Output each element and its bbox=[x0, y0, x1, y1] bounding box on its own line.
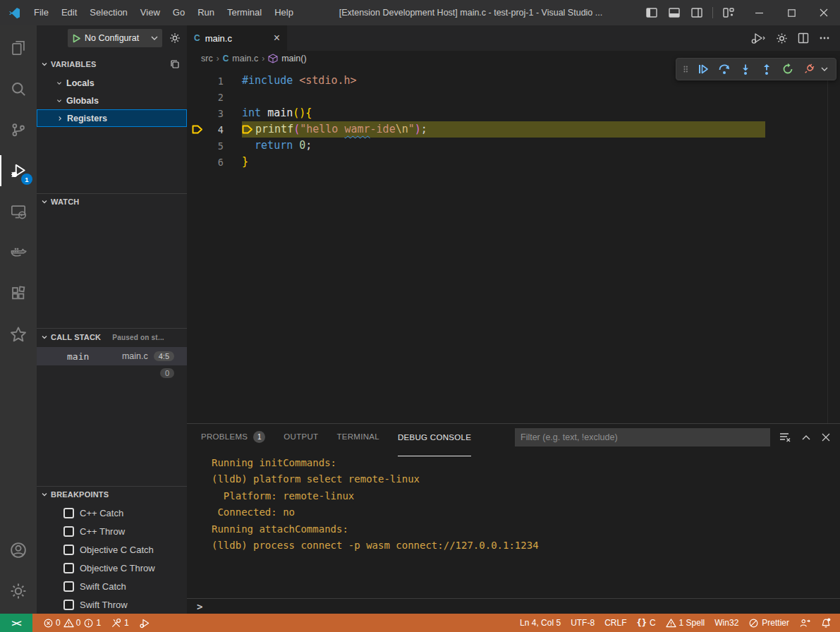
run-or-debug-icon[interactable] bbox=[750, 32, 766, 44]
close-button[interactable] bbox=[808, 0, 840, 25]
breakpoint-checkbox[interactable] bbox=[63, 508, 74, 518]
close-panel-icon[interactable] bbox=[822, 433, 830, 442]
debug-settings-gear-icon[interactable] bbox=[169, 32, 181, 44]
breadcrumb-folder[interactable]: src bbox=[201, 54, 213, 63]
remote-explorer-icon[interactable] bbox=[0, 193, 37, 230]
editor-scrollbar[interactable] bbox=[827, 66, 828, 423]
code-line-3[interactable]: 3int main(){ bbox=[187, 105, 840, 121]
minimize-button[interactable] bbox=[743, 0, 775, 25]
debug-console-input[interactable]: > bbox=[187, 598, 840, 614]
debug-config-dropdown[interactable]: No Configurat bbox=[68, 29, 162, 47]
remote-indicator[interactable]: >< bbox=[0, 614, 32, 632]
menu-file[interactable]: File bbox=[28, 0, 55, 25]
frame-file: main.c bbox=[122, 351, 148, 361]
debug-toolbar-chevron-icon[interactable] bbox=[821, 66, 828, 72]
restart-icon[interactable] bbox=[779, 60, 797, 78]
step-into-icon[interactable] bbox=[736, 60, 755, 78]
call-stack-header[interactable]: CALL STACK Paused on st... bbox=[37, 329, 187, 346]
breakpoint-checkbox[interactable] bbox=[63, 600, 74, 610]
variables-header[interactable]: VARIABLES bbox=[37, 56, 187, 72]
customize-layout-icon[interactable] bbox=[719, 2, 738, 23]
editor-settings-gear-icon[interactable] bbox=[776, 32, 788, 44]
extensions-icon[interactable] bbox=[0, 275, 37, 312]
search-icon[interactable] bbox=[0, 71, 37, 107]
eol-item[interactable]: CRLF bbox=[599, 614, 631, 632]
menu-run[interactable]: Run bbox=[191, 0, 221, 25]
tab-main-c[interactable]: C main.c × bbox=[187, 25, 287, 51]
breakpoint-checkbox[interactable] bbox=[63, 545, 74, 555]
formatter-item[interactable]: Prettier bbox=[743, 614, 794, 632]
explorer-icon[interactable] bbox=[0, 30, 37, 66]
line-number: 3 bbox=[208, 108, 224, 119]
breakpoint-row-c-throw[interactable]: C++ Throw bbox=[37, 522, 187, 540]
feedback-icon[interactable] bbox=[794, 614, 815, 632]
debug-console-output[interactable]: Running initCommands:(lldb) platform sel… bbox=[187, 450, 840, 598]
favorites-star-icon[interactable] bbox=[0, 316, 37, 353]
code-line-2[interactable]: 2 bbox=[187, 89, 840, 105]
menu-go[interactable]: Go bbox=[166, 0, 191, 25]
disconnect-icon[interactable] bbox=[800, 60, 818, 78]
continue-icon[interactable] bbox=[694, 60, 712, 78]
platform-item[interactable]: Win32 bbox=[710, 614, 743, 632]
variables-scope-globals[interactable]: Globals bbox=[37, 92, 187, 109]
breakpoint-row-objective-c-catch[interactable]: Objective C Catch bbox=[37, 540, 187, 559]
breakpoint-checkbox[interactable] bbox=[63, 526, 74, 537]
editor-actions bbox=[750, 25, 840, 51]
breadcrumb-file[interactable]: main.c bbox=[232, 54, 258, 63]
copy-icon[interactable] bbox=[170, 59, 180, 69]
toggle-panel-icon[interactable] bbox=[664, 2, 684, 23]
account-icon[interactable] bbox=[0, 532, 37, 569]
language-mode-item[interactable]: {} C bbox=[631, 614, 660, 632]
console-filter-input[interactable] bbox=[515, 428, 770, 446]
tab-output[interactable]: OUTPUT bbox=[284, 424, 318, 450]
breakpoint-checkbox[interactable] bbox=[63, 563, 74, 573]
breakpoint-checkbox[interactable] bbox=[63, 581, 74, 592]
menu-selection[interactable]: Selection bbox=[83, 0, 133, 25]
cursor-position-item[interactable]: Ln 4, Col 5 bbox=[515, 614, 566, 632]
source-control-icon[interactable] bbox=[0, 111, 37, 148]
menu-edit[interactable]: Edit bbox=[55, 0, 83, 25]
code-line-5[interactable]: 5 return 0; bbox=[187, 138, 840, 154]
breakpoints-header[interactable]: BREAKPOINTS bbox=[37, 487, 187, 502]
breadcrumb-symbol[interactable]: main() bbox=[281, 54, 306, 63]
encoding-item[interactable]: UTF-8 bbox=[566, 614, 599, 632]
step-over-icon[interactable] bbox=[715, 60, 734, 78]
more-actions-icon[interactable] bbox=[819, 32, 830, 44]
toggle-sidebar-icon[interactable] bbox=[642, 2, 662, 23]
docker-icon[interactable] bbox=[0, 234, 37, 271]
menu-help[interactable]: Help bbox=[268, 0, 300, 25]
menu-terminal[interactable]: Terminal bbox=[221, 0, 268, 25]
run-and-debug-icon[interactable]: 1 bbox=[0, 152, 37, 189]
thread-row[interactable]: 0 bbox=[37, 365, 187, 381]
drag-handle-icon[interactable] bbox=[680, 63, 691, 75]
breakpoint-row-swift-catch[interactable]: Swift Catch bbox=[37, 577, 187, 595]
step-out-icon[interactable] bbox=[757, 60, 776, 78]
code-line-6[interactable]: 6} bbox=[187, 154, 840, 170]
notifications-bell-icon[interactable] bbox=[815, 614, 840, 632]
tab-debug-console[interactable]: DEBUG CONSOLE bbox=[398, 424, 471, 450]
breakpoint-row-objective-c-throw[interactable]: Objective C Throw bbox=[37, 559, 187, 577]
layout-controls bbox=[642, 2, 738, 23]
breakpoint-row-swift-throw[interactable]: Swift Throw bbox=[37, 595, 187, 614]
settings-gear-icon[interactable] bbox=[0, 573, 37, 609]
variables-scope-registers[interactable]: Registers bbox=[37, 109, 187, 127]
variables-scope-locals[interactable]: Locals bbox=[37, 74, 187, 92]
tab-close-icon[interactable]: × bbox=[274, 32, 280, 44]
menu-view[interactable]: View bbox=[134, 0, 166, 25]
split-editor-icon[interactable] bbox=[798, 32, 809, 44]
spell-checker-item[interactable]: 1 Spell bbox=[661, 614, 710, 632]
debug-status-icon[interactable] bbox=[134, 614, 156, 632]
tools-status-item[interactable]: 1 bbox=[106, 614, 134, 632]
maximize-button[interactable] bbox=[775, 0, 808, 25]
breakpoint-row-c-catch[interactable]: C++ Catch bbox=[37, 504, 187, 522]
stack-frame-row[interactable]: main main.c 4:5 bbox=[37, 347, 187, 365]
tab-problems[interactable]: PROBLEMS 1 bbox=[201, 424, 265, 450]
tab-terminal[interactable]: TERMINAL bbox=[336, 424, 379, 450]
problems-status-item[interactable]: 0 0 1 bbox=[38, 614, 106, 632]
code-line-4[interactable]: 4 printf("hello wamr-ide\n"); bbox=[187, 121, 840, 138]
clear-console-icon[interactable] bbox=[779, 432, 791, 443]
toggle-secondary-sidebar-icon[interactable] bbox=[687, 2, 707, 23]
watch-header[interactable]: WATCH bbox=[37, 194, 187, 209]
maximize-panel-icon[interactable] bbox=[801, 434, 811, 441]
code-editor[interactable]: 1#include <stdio.h>23int main(){ 4 print… bbox=[187, 66, 840, 423]
